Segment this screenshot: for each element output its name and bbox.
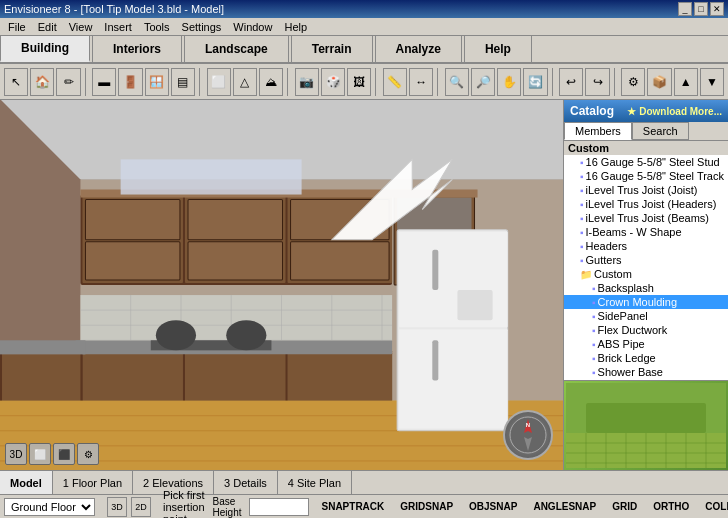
tool-pencil[interactable]: ✏: [56, 68, 80, 96]
view-2d-btn[interactable]: 2D: [131, 497, 151, 517]
tool-measure[interactable]: 📏: [383, 68, 407, 96]
floor-selector[interactable]: Ground Floor: [4, 498, 95, 516]
tool-dimension[interactable]: ↔: [409, 68, 433, 96]
menu-view[interactable]: View: [63, 18, 99, 36]
tree-item-6[interactable]: ▪ Headers: [564, 239, 728, 253]
tree-item-custom-folder[interactable]: 📁 Custom: [564, 267, 728, 281]
catalog-tab-members[interactable]: Members: [564, 122, 632, 140]
download-more-link[interactable]: ★ Download More...: [627, 106, 722, 117]
tool-render[interactable]: 🖼: [347, 68, 371, 96]
tab-terrain[interactable]: Terrain: [291, 36, 373, 62]
snap-grid[interactable]: GRID: [608, 501, 641, 512]
maximize-button[interactable]: □: [694, 2, 708, 16]
viewport[interactable]: 3D ⬜ ⬛ ⚙ N: [0, 100, 563, 470]
tool-redo[interactable]: ↪: [585, 68, 609, 96]
tab-landscape[interactable]: Landscape: [184, 36, 289, 62]
menubar: File Edit View Insert Tools Settings Win…: [0, 18, 728, 36]
tree-item-label-1: 16 Gauge 5-5/8" Steel Track: [586, 170, 724, 182]
tree-item-label-0: 16 Gauge 5-5/8" Steel Stud: [586, 156, 720, 168]
tree-item-2[interactable]: ▪ iLevel Trus Joist (Joist): [564, 183, 728, 197]
tool-pan[interactable]: ✋: [497, 68, 521, 96]
tool-select[interactable]: ↖: [4, 68, 28, 96]
tool-orbit[interactable]: 🔄: [523, 68, 547, 96]
snap-gridsnap[interactable]: GRIDSNAP: [396, 501, 457, 512]
tab-interiors[interactable]: Interiors: [92, 36, 182, 62]
tab-analyze[interactable]: Analyze: [375, 36, 462, 62]
vp-btn-solid[interactable]: ⬛: [53, 443, 75, 465]
base-height-input[interactable]: [249, 498, 309, 516]
tree-item-shower-base[interactable]: ▪ Shower Base: [564, 365, 728, 379]
vp-btn-settings[interactable]: ⚙: [77, 443, 99, 465]
tree-item-abs-pipe[interactable]: ▪ ABS Pipe: [564, 337, 728, 351]
tool-house[interactable]: 🏠: [30, 68, 54, 96]
tree-item-7[interactable]: ▪ Gutters: [564, 253, 728, 267]
toolbar-sep-3: [287, 68, 291, 96]
tool-3d[interactable]: 🎲: [321, 68, 345, 96]
snap-anglesnap[interactable]: ANGLESNAP: [529, 501, 600, 512]
catalog-tab-search[interactable]: Search: [632, 122, 689, 140]
tree-item-0[interactable]: ▪ 16 Gauge 5-5/8" Steel Stud: [564, 155, 728, 169]
svg-rect-50: [121, 159, 302, 194]
tool-settings[interactable]: ⚙: [621, 68, 645, 96]
bottom-tab-details[interactable]: 3 Details: [214, 471, 278, 494]
tool-roof[interactable]: △: [233, 68, 257, 96]
svg-rect-12: [188, 242, 283, 280]
tree-item-4[interactable]: ▪ iLevel Trus Joist (Beams): [564, 211, 728, 225]
tree-item-label-13: ABS Pipe: [598, 338, 645, 350]
navtabs: Building Interiors Landscape Terrain Ana…: [0, 36, 728, 64]
tab-building[interactable]: Building: [0, 36, 90, 62]
tool-arrow-dn[interactable]: ▼: [700, 68, 724, 96]
catalog-title: Catalog: [570, 104, 614, 118]
bottom-tab-siteplan[interactable]: 4 Site Plan: [278, 471, 352, 494]
main-area: 3D ⬜ ⬛ ⚙ N Catalog ★ Download More... Me…: [0, 100, 728, 470]
tool-terrain[interactable]: ⛰: [259, 68, 283, 96]
tool-catalog[interactable]: 📦: [647, 68, 671, 96]
tool-arrow-up[interactable]: ▲: [674, 68, 698, 96]
snap-snaptrack[interactable]: SNAPTRACK: [317, 501, 388, 512]
item-icon-4: ▪: [580, 213, 584, 224]
minimize-button[interactable]: _: [678, 2, 692, 16]
tree-item-crown-moulding[interactable]: ▪ Crown Moulding: [564, 295, 728, 309]
tree-item-5[interactable]: ▪ I-Beams - W Shape: [564, 225, 728, 239]
tree-item-sidepanel[interactable]: ▪ SidePanel: [564, 309, 728, 323]
item-icon-shower: ▪: [592, 367, 596, 378]
catalog-header: Catalog ★ Download More...: [564, 100, 728, 122]
view-3d-btn[interactable]: 3D: [107, 497, 127, 517]
tree-item-brick-ledge[interactable]: ▪ Brick Ledge: [564, 351, 728, 365]
tool-wall[interactable]: ▬: [92, 68, 116, 96]
catalog-thumbnail: [564, 380, 728, 470]
tree-item-backsplash[interactable]: ▪ Backsplash: [564, 281, 728, 295]
tool-window[interactable]: 🪟: [145, 68, 169, 96]
menu-edit[interactable]: Edit: [32, 18, 63, 36]
tree-item-label-15: Shower Base: [598, 366, 663, 378]
tree-item-3[interactable]: ▪ iLevel Trus Joist (Headers): [564, 197, 728, 211]
close-button[interactable]: ✕: [710, 2, 724, 16]
tree-item-1[interactable]: ▪ 16 Gauge 5-5/8" Steel Track: [564, 169, 728, 183]
menu-help[interactable]: Help: [278, 18, 313, 36]
menu-file[interactable]: File: [2, 18, 32, 36]
toolbar-sep-7: [614, 68, 618, 96]
menu-tools[interactable]: Tools: [138, 18, 176, 36]
svg-rect-11: [188, 200, 283, 240]
folder-icon-custom: 📁: [580, 269, 592, 280]
tab-help[interactable]: Help: [464, 36, 532, 62]
tool-stairs[interactable]: ▤: [171, 68, 195, 96]
item-icon-2: ▪: [580, 185, 584, 196]
tool-undo[interactable]: ↩: [559, 68, 583, 96]
tool-room[interactable]: ⬜: [207, 68, 231, 96]
tool-camera[interactable]: 📷: [295, 68, 319, 96]
snap-ortho[interactable]: ORTHO: [649, 501, 693, 512]
tree-item-flex-ductwork[interactable]: ▪ Flex Ductwork: [564, 323, 728, 337]
nav-compass[interactable]: N: [503, 410, 553, 460]
tool-zoom-in[interactable]: 🔍: [445, 68, 469, 96]
vp-btn-3d[interactable]: 3D: [5, 443, 27, 465]
menu-insert[interactable]: Insert: [98, 18, 138, 36]
tree-item-label-8: Custom: [594, 268, 632, 280]
tool-zoom-out[interactable]: 🔎: [471, 68, 495, 96]
snap-collision[interactable]: COLLISION: [701, 501, 728, 512]
menu-settings[interactable]: Settings: [176, 18, 228, 36]
vp-btn-wire[interactable]: ⬜: [29, 443, 51, 465]
menu-window[interactable]: Window: [227, 18, 278, 36]
snap-objsnap[interactable]: OBJSNAP: [465, 501, 521, 512]
tool-door[interactable]: 🚪: [118, 68, 142, 96]
